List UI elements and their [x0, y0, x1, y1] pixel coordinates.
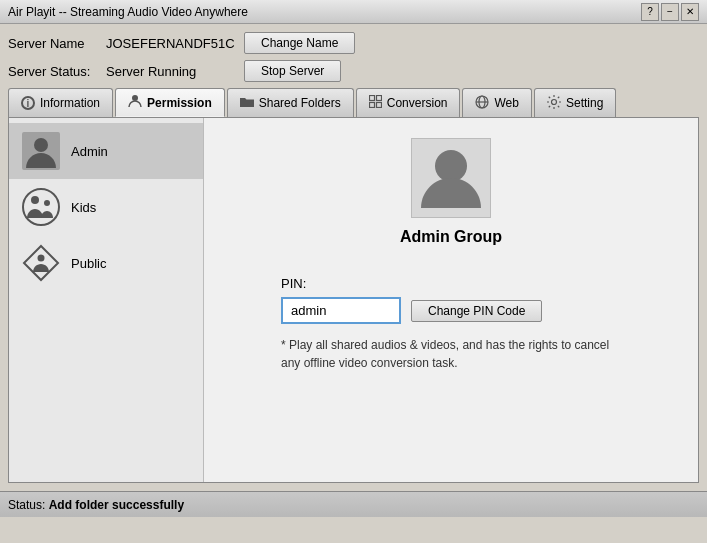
gear-icon [547, 95, 561, 112]
title-bar-controls: ? − ✕ [641, 3, 699, 21]
sidebar-item-public[interactable]: Public [9, 235, 203, 291]
main-content-panel: Admin Group PIN: Change PIN Code * Play … [204, 118, 698, 482]
svg-rect-2 [376, 96, 381, 101]
svg-point-16 [435, 150, 467, 182]
change-pin-button[interactable]: Change PIN Code [411, 300, 542, 322]
svg-point-8 [551, 99, 556, 104]
help-button[interactable]: ? [641, 3, 659, 21]
status-prefix: Status: [8, 498, 45, 512]
kids-icon [21, 187, 61, 227]
public-icon [21, 243, 61, 283]
svg-point-15 [38, 255, 45, 262]
tab-web[interactable]: Web [462, 88, 531, 117]
person-icon [128, 94, 142, 111]
tabs-container: i Information Permission Shared Folders [8, 88, 699, 118]
tab-information-label: Information [40, 96, 100, 110]
minimize-button[interactable]: − [661, 3, 679, 21]
info-icon: i [21, 96, 35, 110]
main-container: Server Name JOSEFERNANDF51C Change Name … [0, 24, 707, 491]
svg-rect-1 [369, 96, 374, 101]
tab-setting-label: Setting [566, 96, 603, 110]
admin-label: Admin [71, 144, 108, 159]
sidebar-item-kids[interactable]: Kids [9, 179, 203, 235]
admin-icon [21, 131, 61, 171]
server-name-label: Server Name [8, 36, 98, 51]
svg-rect-4 [376, 103, 381, 108]
content-area: Admin Kids [8, 118, 699, 483]
tab-conversion-label: Conversion [387, 96, 448, 110]
status-message: Add folder successfully [49, 498, 184, 512]
svg-marker-14 [24, 246, 58, 280]
status-bar: Status: Add folder successfully [0, 491, 707, 517]
svg-point-12 [31, 196, 39, 204]
globe-icon [475, 95, 489, 112]
pin-label: PIN: [281, 276, 621, 291]
title-bar: Air Playit -- Streaming Audio Video Anyw… [0, 0, 707, 24]
tab-web-label: Web [494, 96, 518, 110]
stop-server-button[interactable]: Stop Server [244, 60, 341, 82]
group-description: * Play all shared audios & videos, and h… [281, 336, 621, 372]
tab-setting[interactable]: Setting [534, 88, 616, 117]
public-label: Public [71, 256, 106, 271]
svg-rect-3 [369, 103, 374, 108]
grid-icon [369, 95, 382, 111]
server-name-value: JOSEFERNANDF51C [106, 36, 236, 51]
tab-conversion[interactable]: Conversion [356, 88, 461, 117]
tab-permission[interactable]: Permission [115, 88, 225, 117]
pin-row: Change PIN Code [281, 297, 621, 324]
server-status-row: Server Status: Server Running Stop Serve… [8, 60, 699, 82]
change-name-button[interactable]: Change Name [244, 32, 355, 54]
svg-point-13 [44, 200, 50, 206]
group-name: Admin Group [400, 228, 502, 246]
tab-permission-label: Permission [147, 96, 212, 110]
server-name-row: Server Name JOSEFERNANDF51C Change Name [8, 32, 699, 54]
tab-shared-folders-label: Shared Folders [259, 96, 341, 110]
pin-input[interactable] [281, 297, 401, 324]
group-avatar [411, 138, 491, 218]
server-status-label: Server Status: [8, 64, 98, 79]
pin-section: PIN: Change PIN Code * Play all shared a… [281, 276, 621, 372]
sidebar: Admin Kids [9, 118, 204, 482]
tab-shared-folders[interactable]: Shared Folders [227, 88, 354, 117]
tab-information[interactable]: i Information [8, 88, 113, 117]
server-status-value: Server Running [106, 64, 236, 79]
svg-point-10 [34, 138, 48, 152]
folder-icon [240, 96, 254, 111]
svg-point-11 [23, 189, 59, 225]
sidebar-item-admin[interactable]: Admin [9, 123, 203, 179]
title-bar-text: Air Playit -- Streaming Audio Video Anyw… [8, 5, 248, 19]
kids-label: Kids [71, 200, 96, 215]
svg-point-0 [132, 95, 138, 101]
close-button[interactable]: ✕ [681, 3, 699, 21]
